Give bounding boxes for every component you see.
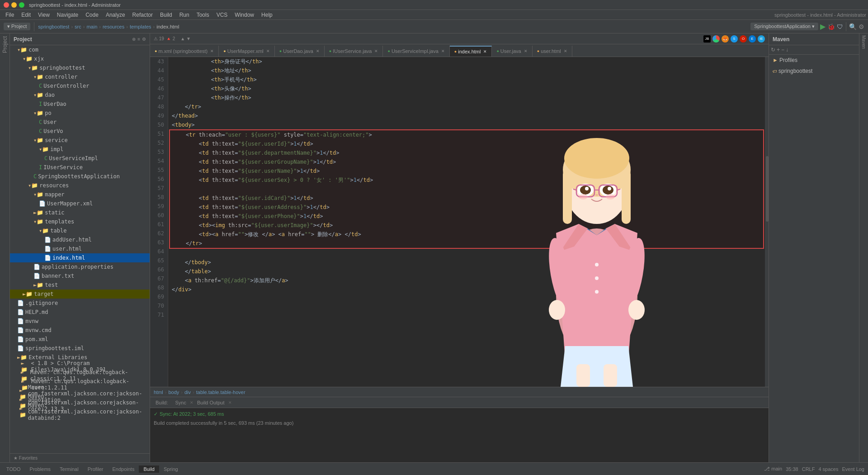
tree-item-adduser-html[interactable]: 📄 addUser.html [10, 235, 150, 244]
build-output-close[interactable]: ✕ [228, 400, 232, 405]
tab-userserviceimpl-close[interactable]: ✕ [441, 49, 445, 53]
tree-item-pomxml[interactable]: 📄 pom.xml [10, 335, 150, 344]
maven-springboottest[interactable]: 🏷 springboottest [769, 66, 859, 76]
code-content[interactable]: <th>身份证号</th> <th>地址</th> <th>手机号</th> <… [168, 57, 765, 387]
breadcrumb-table[interactable]: table.table.table-hover [196, 390, 245, 395]
menu-code[interactable]: Code [82, 11, 102, 19]
tab-mxml[interactable]: ● m.xml (springboottest) ✕ [150, 46, 219, 57]
tree-item-user-html[interactable]: 📄 user.html [10, 244, 150, 253]
maven-download-icon[interactable]: ↓ [786, 47, 788, 53]
run-btn[interactable]: ▶ [820, 22, 826, 31]
tree-item-po[interactable]: ▾📁 po [10, 109, 150, 118]
tree-item-impl[interactable]: ▾📁 impl [10, 145, 150, 154]
menu-edit[interactable]: Edit [18, 11, 34, 19]
code-editor[interactable]: 43 44 45 46 47 48 49 50 51 52 53 54 55 5… [150, 57, 769, 387]
browser-safari-icon[interactable]: S [731, 35, 738, 43]
tab-build[interactable]: Build [139, 466, 159, 473]
menu-file[interactable]: File [2, 11, 18, 19]
sidebar-icon-collapse[interactable]: ≡ [137, 37, 140, 42]
breadcrumb-src[interactable]: src [75, 24, 81, 29]
tree-item-xjx[interactable]: ▾📁 xjx [10, 54, 150, 63]
tab-userhtml-close[interactable]: ✕ [564, 49, 567, 53]
tab-mxml-close[interactable]: ✕ [210, 49, 214, 53]
build-output-tab[interactable]: Build Output [193, 399, 228, 406]
tab-usermapper[interactable]: ● UserMapper.xml ✕ [219, 46, 275, 57]
menu-vcs[interactable]: VCS [213, 11, 231, 19]
tree-item-mapper[interactable]: ▾📁 mapper [10, 190, 150, 199]
breadcrumb-main[interactable]: main [86, 24, 97, 29]
sync-close[interactable]: ✕ [190, 400, 193, 405]
maven-add-icon[interactable]: + [777, 47, 780, 53]
browser-jetbrains-icon[interactable]: JB [703, 35, 711, 43]
tab-spring[interactable]: Spring [159, 466, 183, 473]
tab-userjava-close[interactable]: ✕ [524, 49, 528, 53]
sync-tab[interactable]: Sync [172, 399, 190, 406]
menu-navigate[interactable]: Navigate [53, 11, 82, 19]
tree-item-index-html[interactable]: 📄 index.html [10, 253, 150, 262]
tab-userserviceimpl[interactable]: ● UserServiceImpl.java ✕ [383, 46, 449, 57]
tree-item-helpmd[interactable]: 📄 HELP.md [10, 308, 150, 317]
tree-item-mvnw[interactable]: 📄 mvnw [10, 317, 150, 326]
tree-item-userserviceimpl[interactable]: C UserServiceImpl [10, 154, 150, 163]
tree-item-test[interactable]: ►📁 test [10, 280, 150, 290]
menu-tools[interactable]: Tools [193, 11, 213, 19]
breadcrumb-springboottest[interactable]: springboottest [38, 24, 69, 29]
tree-item-templates[interactable]: ▾📁 templates [10, 217, 150, 226]
minimize-btn[interactable] [11, 2, 17, 8]
menu-help[interactable]: Help [258, 11, 276, 19]
tree-item-controller[interactable]: ▾📁 controller [10, 72, 150, 81]
tree-item-springboottest-iml[interactable]: 📄 springboottest.iml [10, 344, 150, 353]
menu-analyze[interactable]: Analyze [102, 11, 129, 19]
tree-item-application-props[interactable]: 📄 application.properties [10, 262, 150, 271]
tree-item-target[interactable]: ►📁 target [10, 290, 150, 299]
tree-item-mvnwcmd[interactable]: 📄 mvnw.cmd [10, 326, 150, 335]
tree-item-springboottest-pkg[interactable]: ▾📁 springboottest [10, 63, 150, 72]
breadcrumb-div[interactable]: div [184, 390, 191, 395]
favorites-btn[interactable]: ★ Favorites [10, 453, 150, 462]
menu-build[interactable]: Build [156, 11, 176, 19]
tab-indexhtml[interactable]: ● index.html ✕ [450, 46, 492, 57]
run-config-dropdown[interactable]: SpringboottestApplication ▾ [750, 23, 818, 30]
breadcrumb-templates[interactable]: templates [130, 24, 151, 29]
maven-minus-icon[interactable]: − [781, 47, 784, 53]
indent[interactable]: 4 spaces [818, 466, 838, 472]
tree-item-gitignore[interactable]: 📄 .gitignore [10, 299, 150, 308]
git-branch[interactable]: ⎇ main [764, 466, 782, 472]
tab-userhtml[interactable]: ● user.html ✕ [533, 46, 572, 57]
breadcrumb-body[interactable]: body [168, 390, 179, 395]
tree-item-springboottestapp[interactable]: C SpringboottestApplication [10, 172, 150, 181]
run-with-coverage-btn[interactable]: 🛡 [837, 23, 843, 30]
maven-refresh-icon[interactable]: ↻ [771, 47, 775, 53]
menu-view[interactable]: View [34, 11, 53, 19]
tree-item-uservo[interactable]: C UserVo [10, 127, 150, 136]
maven-side-icon[interactable]: Maven [861, 35, 866, 49]
tree-item-service[interactable]: ▾📁 service [10, 136, 150, 145]
tree-item-dao[interactable]: ▾📁 dao [10, 90, 150, 100]
tree-item-usermapper-xml[interactable]: 📄 UserMapper.xml [10, 199, 150, 208]
browser-firefox-icon[interactable]: 🦊 [722, 35, 729, 43]
tab-problems[interactable]: Problems [25, 466, 55, 473]
tree-item-static[interactable]: ►📁 static [10, 208, 150, 217]
menu-refactor[interactable]: Refactor [129, 11, 156, 19]
breadcrumb-resources[interactable]: resources [103, 24, 124, 29]
browser-chrome-icon[interactable] [712, 35, 720, 43]
tree-item-table[interactable]: ▾📁 table [10, 226, 150, 235]
tab-iuserservice-close[interactable]: ✕ [374, 49, 378, 53]
tab-userjava[interactable]: ● User.java ✕ [492, 46, 532, 57]
tree-item-user[interactable]: C User [10, 118, 150, 127]
encoding[interactable]: CRLF [802, 466, 815, 472]
browser-edge-icon[interactable]: E [749, 35, 756, 43]
tab-terminal[interactable]: Terminal [55, 466, 83, 473]
search-everywhere-btn[interactable]: 🔍 [849, 23, 857, 30]
project-icon[interactable]: Project [2, 36, 8, 53]
browser-ie-icon[interactable]: IE [758, 35, 765, 43]
browser-opera-icon[interactable]: O [740, 35, 747, 43]
sidebar-icon-expand[interactable]: ⊕ [132, 37, 136, 42]
tab-userdao[interactable]: ● UserDao.java ✕ [275, 46, 325, 57]
tab-userdao-close[interactable]: ✕ [316, 49, 320, 53]
breadcrumb-indexhtml[interactable]: index.html [156, 24, 179, 29]
tree-item-userdao[interactable]: I UserDao [10, 100, 150, 109]
tree-item-banner-txt[interactable]: 📄 banner.txt [10, 271, 150, 280]
breadcrumb-html[interactable]: html [154, 390, 163, 395]
tab-profiler[interactable]: Profiler [83, 466, 108, 473]
